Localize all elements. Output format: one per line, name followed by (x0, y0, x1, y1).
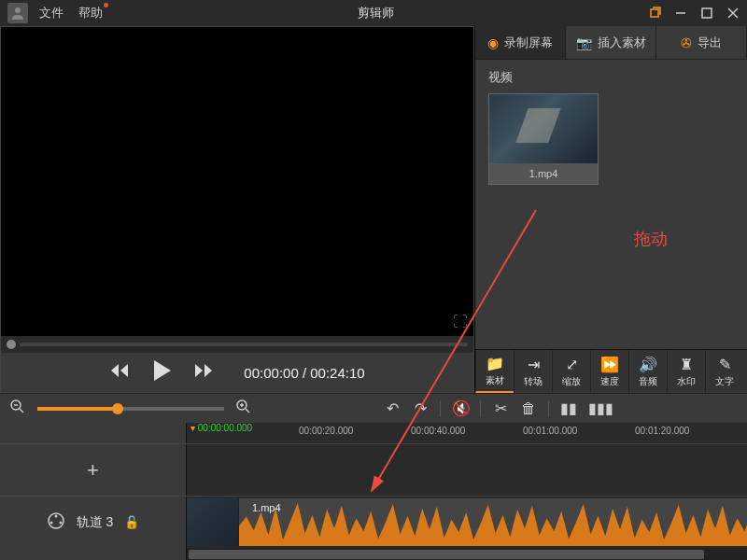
svg-point-0 (15, 7, 21, 13)
playhead-marker[interactable]: ▾ 00:00:00.000 (190, 423, 252, 433)
scale-icon: ⤢ (566, 356, 578, 373)
insert-media-tab[interactable]: 📷插入素材 (566, 26, 656, 59)
track-header[interactable]: 轨道 3 🔓 (0, 497, 187, 548)
clip-name: 1.mp4 (252, 502, 281, 513)
timeline-clip[interactable]: 1.mp4 (187, 498, 747, 546)
forward-button[interactable] (193, 362, 214, 383)
record-screen-tab[interactable]: ◉录制屏幕 (475, 26, 566, 59)
resize-icon[interactable]: ⛶ (453, 314, 468, 330)
menu-file[interactable]: 文件 (39, 5, 63, 21)
media-bin: 视频 1.mp4 拖动 (475, 60, 747, 349)
clip-thumbnail (187, 498, 239, 546)
reel-icon (47, 511, 65, 533)
export-icon: ✇ (681, 35, 692, 50)
add-track-row: + (0, 443, 747, 496)
clip-waveform (239, 498, 747, 546)
media-item[interactable]: 1.mp4 (488, 93, 599, 185)
pencil-icon: ✎ (719, 356, 731, 373)
minimize-button[interactable] (674, 7, 687, 20)
titlebar: 文件 帮助 剪辑师 (0, 0, 747, 26)
scrubber-bar[interactable] (1, 336, 473, 353)
tool-transition[interactable]: ⇥转场 (514, 350, 552, 393)
media-thumbnail (489, 94, 598, 163)
svg-rect-2 (702, 8, 712, 18)
preview-panel: ⛶ 00:00:00 / 00:24:10 (0, 26, 474, 393)
tool-material[interactable]: 📁素材 (475, 350, 514, 393)
lock-icon[interactable]: 🔓 (124, 515, 139, 529)
camera-icon: ◉ (487, 35, 499, 50)
maximize-button[interactable] (700, 7, 713, 20)
timeline-scrollbar[interactable] (0, 548, 747, 560)
delete-button[interactable]: 🗑 (520, 400, 537, 417)
track-name: 轨道 3 (77, 514, 114, 531)
main-menu: 文件 帮助 (39, 5, 103, 21)
cut-button[interactable]: ✂ (492, 399, 509, 417)
user-avatar[interactable] (7, 3, 28, 23)
ruler-tick: 00:00:20.000 (299, 426, 353, 436)
svg-point-13 (54, 515, 57, 518)
detach-icon[interactable] (648, 7, 661, 20)
close-button[interactable] (726, 7, 740, 20)
folder-camera-icon: 📷 (576, 35, 592, 50)
timecode-display: 00:00:00 / 00:24:10 (244, 365, 364, 381)
export-tab[interactable]: ✇导出 (656, 26, 747, 59)
tool-watermark[interactable]: ♜水印 (667, 350, 705, 393)
zoom-slider[interactable] (37, 407, 224, 411)
play-button[interactable] (150, 358, 173, 386)
media-item-name: 1.mp4 (489, 163, 598, 184)
ruler-tick: 00:01:20.000 (635, 426, 689, 436)
tool-scale[interactable]: ⤢缩放 (552, 350, 590, 393)
tool-text[interactable]: ✎文字 (705, 350, 743, 393)
folder-icon: 📁 (486, 355, 504, 372)
app-title: 剪辑师 (103, 5, 648, 21)
svg-line-7 (20, 409, 23, 413)
rewind-button[interactable] (109, 362, 130, 383)
ruler-tick: 00:00:40.000 (411, 426, 465, 436)
svg-point-15 (59, 522, 62, 525)
ruler-tick: 00:01:00.000 (523, 426, 577, 436)
stamp-icon: ♜ (680, 356, 693, 373)
playback-controls: 00:00:00 / 00:24:10 (1, 353, 473, 392)
svg-line-11 (246, 409, 249, 413)
tool-speed[interactable]: ⏩速度 (590, 350, 628, 393)
svg-point-14 (49, 522, 52, 525)
media-section-label: 视频 (488, 69, 734, 86)
speaker-icon: 🔊 (639, 356, 657, 373)
transition-icon: ⇥ (528, 356, 540, 373)
levels1-button[interactable]: ▮▮ (560, 399, 577, 417)
tool-dock: 📁素材 ⇥转场 ⤢缩放 ⏩速度 🔊音频 ♜水印 ✎文字 (475, 349, 747, 393)
zoom-out-button[interactable] (9, 399, 26, 418)
add-track-button[interactable]: + (87, 458, 99, 483)
timeline-ruler[interactable]: ▾ 00:00:00.000 00:00:20.000 00:00:40.000… (0, 423, 747, 443)
undo-button[interactable]: ↶ (384, 399, 401, 417)
timeline-toolbar: ↶ ↷ 🔇 ✂ 🗑 ▮▮ ▮▮▮ (0, 393, 747, 423)
tool-audio[interactable]: 🔊音频 (628, 350, 667, 393)
track-body[interactable]: 1.mp4 (187, 497, 747, 548)
levels2-button[interactable]: ▮▮▮ (588, 399, 605, 417)
right-panel: ◉录制屏幕 📷插入素材 ✇导出 视频 1.mp4 拖动 📁素材 ⇥转场 ⤢缩放 … (474, 26, 747, 393)
speed-icon: ⏩ (600, 356, 619, 373)
menu-help[interactable]: 帮助 (78, 5, 103, 21)
drag-hint-label: 拖动 (634, 228, 668, 250)
preview-viewport[interactable]: ⛶ (1, 27, 473, 336)
video-track-row: 轨道 3 🔓 1.mp4 (0, 496, 747, 548)
mute-button[interactable]: 🔇 (452, 399, 469, 417)
zoom-in-button[interactable] (235, 399, 252, 418)
redo-button[interactable]: ↷ (412, 399, 429, 417)
